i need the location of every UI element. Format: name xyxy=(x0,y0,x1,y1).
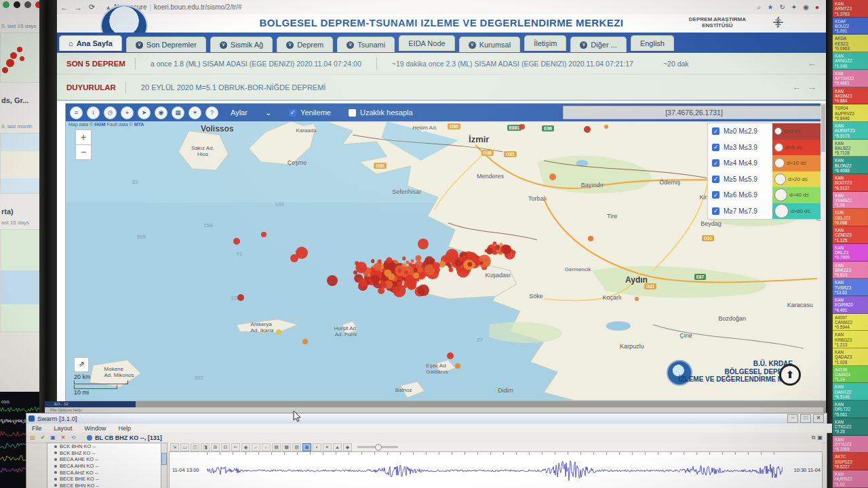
station-status-entry[interactable]: KANHURNZ2*1.02 xyxy=(833,470,868,488)
map-tool-grid-icon[interactable]: ▦ xyxy=(172,106,184,119)
tab-tsunami[interactable]: ∨Tsunami xyxy=(337,37,395,52)
tab-eida-node[interactable]: EIDA Node xyxy=(399,35,454,51)
eq-item-title-1[interactable]: ds, Gr... xyxy=(1,96,28,104)
earthquake-marker[interactable] xyxy=(549,174,556,180)
maximize-button[interactable]: □ xyxy=(800,414,811,423)
earthquake-marker[interactable] xyxy=(237,294,244,301)
earthquake-marker[interactable] xyxy=(449,268,454,272)
map-tool-help-icon[interactable]: ? xyxy=(205,106,218,119)
ticker-prev-icon[interactable]: ← xyxy=(808,58,816,68)
eq-thumb-map-3[interactable] xyxy=(0,229,39,332)
station-status-entry[interactable]: KANBOOTZ3*6.5127 xyxy=(833,174,868,192)
ticker-item[interactable]: ~19 dakika once 2.3 (ML) SISAM ADASI (EG… xyxy=(377,60,648,68)
earthquake-marker[interactable] xyxy=(416,255,422,261)
sync-icon[interactable]: ↻ xyxy=(779,3,785,11)
wave-tool-icon[interactable]: ◉ xyxy=(241,443,250,451)
station-status-entry[interactable]: KANDRLT22*5.061 xyxy=(833,401,868,418)
earthquake-marker[interactable] xyxy=(371,260,375,264)
station-status-entry[interactable]: KANVSMBZ2*1.04 xyxy=(833,192,868,209)
url-text[interactable]: koeri.boun.edu.tr/sismo/2/tr/# xyxy=(154,3,242,11)
earthquake-marker[interactable] xyxy=(455,363,460,369)
wave-tool-icon[interactable]: ✂ xyxy=(231,443,240,451)
menu-file[interactable]: File xyxy=(32,425,42,432)
earthquake-marker[interactable] xyxy=(359,279,368,287)
wave-tool-icon[interactable]: ◫ xyxy=(191,443,199,451)
station-status-entry[interactable]: KDAFBOUZ2*1.091 xyxy=(833,18,868,35)
earthquake-marker[interactable] xyxy=(433,262,440,269)
map-tool-info-icon[interactable]: i xyxy=(87,106,100,119)
station-status-entry[interactable]: TSR04AUPRVZ2*0.8446 xyxy=(833,104,868,122)
wave-tool-icon[interactable]: ⊟ xyxy=(221,443,230,451)
swarm-tool-icon[interactable]: ✔ xyxy=(39,434,47,441)
earthquake-marker[interactable] xyxy=(378,287,384,294)
earthquake-marker[interactable] xyxy=(302,339,308,344)
station-status-entry[interactable]: KURGELJZ2*0.068 xyxy=(833,209,868,226)
mta-link[interactable]: MTA xyxy=(134,122,144,127)
earthquake-marker[interactable] xyxy=(480,262,484,265)
wave-tool-icon[interactable]: ▭ xyxy=(180,443,189,451)
earthquake-marker[interactable] xyxy=(458,257,463,262)
swarm-station-item[interactable]: BECA AHE KO -- xyxy=(47,456,161,463)
inner-restore-icon[interactable]: ⧉ xyxy=(812,434,816,441)
earthquake-marker[interactable] xyxy=(233,238,240,245)
map-canvas[interactable]: VolissosKaraadaHekim Ad.İzmirSakız Ad.Hi… xyxy=(66,121,826,401)
map-tool-history-icon[interactable]: ◷ xyxy=(104,106,117,119)
eq-thumb-map-1[interactable] xyxy=(0,33,39,83)
wave-zoom-slider[interactable] xyxy=(357,446,398,448)
menu-layout[interactable]: Layout xyxy=(54,425,73,432)
station-status-entry[interactable]: KANCZNDZ3*1.125 xyxy=(833,226,868,244)
earthquake-marker[interactable] xyxy=(411,259,414,262)
back-icon[interactable]: ← xyxy=(60,3,68,12)
legend-checkbox[interactable]: ✓ xyxy=(712,207,719,215)
station-status-entry[interactable]: KANKRBGZ3*1.213 xyxy=(833,331,868,348)
station-status-entry[interactable]: AKTCSISPSZ2*8.6227 xyxy=(833,453,868,470)
earthquake-marker[interactable] xyxy=(276,329,281,335)
earthquake-marker[interactable] xyxy=(519,124,525,129)
earthquake-marker[interactable] xyxy=(513,251,516,254)
earthquake-marker[interactable] xyxy=(327,275,338,286)
swarm-station-item[interactable]: BECE BHE KO -- xyxy=(47,476,161,483)
earthquake-marker[interactable] xyxy=(368,278,372,281)
tab-deprem[interactable]: ∨Deprem xyxy=(277,37,333,52)
station-status-entry[interactable]: A4198CAIMZ4*1.14 xyxy=(833,366,868,384)
swarm-station-item[interactable]: BECE BHN KO -- xyxy=(47,483,161,488)
zoom-in-button[interactable]: + xyxy=(75,129,92,145)
station-status-entry[interactable]: KANARMTZ3*1.3763 xyxy=(833,0,868,18)
wave-tool-icon[interactable]: ◐ xyxy=(313,443,321,451)
period-dropdown[interactable]: Aylar⌄ xyxy=(231,108,271,117)
station-status-entry[interactable]: KANBLONZ2*6.4088 xyxy=(833,157,868,174)
earthquake-marker[interactable] xyxy=(604,125,608,129)
fullscreen-button[interactable]: ⇗ xyxy=(74,357,89,372)
wave-tool-icon[interactable]: ▣ xyxy=(302,443,311,451)
legend-checkbox[interactable]: ✓ xyxy=(712,191,719,199)
background-console-titlebar[interactable]: EO - 12 xyxy=(45,401,136,407)
announcement-prev-icon[interactable]: ← xyxy=(792,82,801,92)
wave-tool-icon[interactable]: ⇲ xyxy=(170,443,179,451)
earthquake-marker[interactable] xyxy=(261,232,267,237)
wave-tool-icon[interactable]: ⌕ xyxy=(262,443,271,451)
announcement-text[interactable]: 20 EYLÜL 2020 M=5.1 OBRUK-BOR-NİĞDE DEPR… xyxy=(126,83,341,92)
station-status-entry[interactable]: A4097CANMZ2*0.5944 xyxy=(833,314,868,331)
earthquake-marker[interactable] xyxy=(502,245,512,254)
earthquake-marker[interactable] xyxy=(404,270,408,274)
map-tool-globe-icon[interactable]: ◉ xyxy=(155,106,167,119)
profile-icon[interactable]: ◉ xyxy=(803,3,809,11)
station-status-entry[interactable]: KANTVSRZ3*13.62 xyxy=(833,279,868,296)
legend-checkbox[interactable]: ✓ xyxy=(712,144,719,151)
wave-tool-icon[interactable]: ⊞ xyxy=(211,443,220,451)
map-tool-measure-icon[interactable]: ⌖ xyxy=(121,106,134,119)
station-status-entry[interactable]: KANSRKZZ3*5.813 xyxy=(833,262,868,279)
menu-window[interactable]: Window xyxy=(85,425,106,432)
swarm-tool-icon[interactable]: ▨ xyxy=(28,434,37,441)
wave-tool-icon[interactable]: ⌕ xyxy=(252,443,260,451)
station-tree-scrollbar[interactable] xyxy=(161,443,167,488)
earthquake-map[interactable]: ≡i◷⌖➤◉▦✶? Aylar⌄ ✓ Yenileme Uzaklık hesa… xyxy=(65,103,826,401)
wave-tool-icon[interactable]: ▧ xyxy=(292,443,301,451)
legend-checkbox[interactable]: ✓ xyxy=(712,127,719,135)
swarm-tool-icon[interactable]: ✕ xyxy=(59,434,67,441)
wave-tool-icon[interactable]: ✕ xyxy=(323,443,332,451)
map-tool-pointer-icon[interactable]: ➤ xyxy=(138,106,151,119)
earthquake-marker[interactable] xyxy=(418,239,429,249)
announcement-next-icon[interactable]: → xyxy=(808,82,816,92)
eq-thumb-map-2[interactable] xyxy=(0,133,39,194)
